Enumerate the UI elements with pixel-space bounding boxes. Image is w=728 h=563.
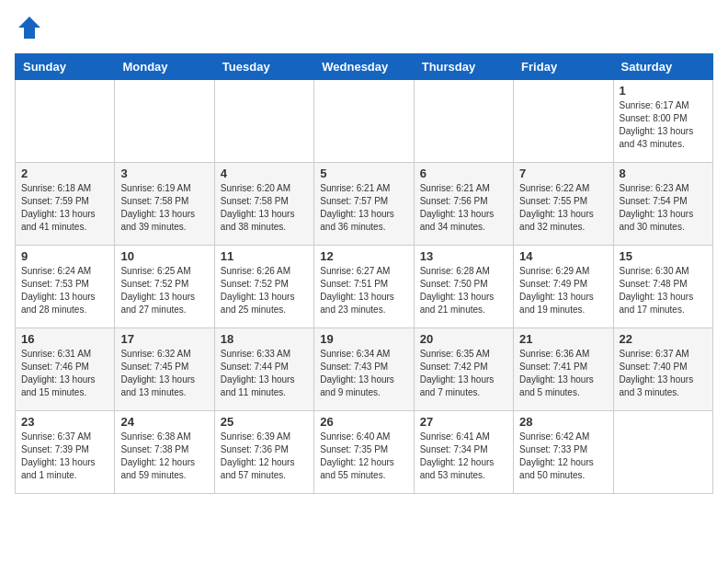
calendar-day-cell: 14Sunrise: 6:29 AM Sunset: 7:49 PM Dayli… xyxy=(514,245,613,327)
day-of-week-header: Tuesday xyxy=(214,53,313,79)
day-info: Sunrise: 6:41 AM Sunset: 7:34 PM Dayligh… xyxy=(420,431,507,482)
day-of-week-header: Wednesday xyxy=(314,53,414,79)
day-number: 20 xyxy=(420,332,507,346)
day-info: Sunrise: 6:38 AM Sunset: 7:38 PM Dayligh… xyxy=(120,431,208,482)
day-number: 26 xyxy=(320,415,407,429)
calendar-day-cell: 27Sunrise: 6:41 AM Sunset: 7:34 PM Dayli… xyxy=(414,410,513,493)
day-info: Sunrise: 6:28 AM Sunset: 7:50 PM Dayligh… xyxy=(420,265,507,316)
calendar-day-cell: 7Sunrise: 6:22 AM Sunset: 7:55 PM Daylig… xyxy=(514,162,613,245)
calendar-table: SundayMondayTuesdayWednesdayThursdayFrid… xyxy=(15,53,713,494)
day-info: Sunrise: 6:37 AM Sunset: 7:40 PM Dayligh… xyxy=(620,348,707,399)
calendar-week-row: 9Sunrise: 6:24 AM Sunset: 7:53 PM Daylig… xyxy=(16,245,713,327)
day-number: 1 xyxy=(620,84,707,98)
day-info: Sunrise: 6:24 AM Sunset: 7:53 PM Dayligh… xyxy=(21,265,108,316)
day-info: Sunrise: 6:32 AM Sunset: 7:45 PM Dayligh… xyxy=(120,348,208,399)
calendar-day-cell: 9Sunrise: 6:24 AM Sunset: 7:53 PM Daylig… xyxy=(16,245,115,327)
day-info: Sunrise: 6:20 AM Sunset: 7:58 PM Dayligh… xyxy=(221,182,308,234)
calendar-week-row: 1Sunrise: 6:17 AM Sunset: 8:00 PM Daylig… xyxy=(16,79,713,162)
calendar-header-row: SundayMondayTuesdayWednesdayThursdayFrid… xyxy=(16,53,713,79)
calendar-day-cell: 12Sunrise: 6:27 AM Sunset: 7:51 PM Dayli… xyxy=(314,245,414,327)
calendar-day-cell: 26Sunrise: 6:40 AM Sunset: 7:35 PM Dayli… xyxy=(314,410,414,493)
day-info: Sunrise: 6:26 AM Sunset: 7:52 PM Dayligh… xyxy=(221,265,308,316)
logo xyxy=(15,15,42,46)
day-info: Sunrise: 6:27 AM Sunset: 7:51 PM Dayligh… xyxy=(320,265,407,316)
calendar-day-cell xyxy=(214,79,313,162)
day-number: 10 xyxy=(120,249,208,263)
day-number: 7 xyxy=(519,167,607,180)
calendar-day-cell xyxy=(16,79,115,162)
calendar-day-cell: 28Sunrise: 6:42 AM Sunset: 7:33 PM Dayli… xyxy=(514,410,613,493)
page-header xyxy=(15,15,713,46)
day-number: 8 xyxy=(620,167,707,180)
day-number: 16 xyxy=(21,332,108,346)
day-number: 24 xyxy=(120,415,208,429)
calendar-day-cell xyxy=(414,79,513,162)
calendar-day-cell: 23Sunrise: 6:37 AM Sunset: 7:39 PM Dayli… xyxy=(16,410,115,493)
day-number: 17 xyxy=(120,332,208,346)
day-info: Sunrise: 6:23 AM Sunset: 7:54 PM Dayligh… xyxy=(620,182,707,234)
calendar-day-cell: 25Sunrise: 6:39 AM Sunset: 7:36 PM Dayli… xyxy=(214,410,313,493)
day-number: 25 xyxy=(221,415,308,429)
calendar-day-cell: 20Sunrise: 6:35 AM Sunset: 7:42 PM Dayli… xyxy=(414,327,513,410)
day-number: 5 xyxy=(320,167,407,180)
day-number: 28 xyxy=(519,415,607,429)
calendar-day-cell: 17Sunrise: 6:32 AM Sunset: 7:45 PM Dayli… xyxy=(115,327,214,410)
day-info: Sunrise: 6:18 AM Sunset: 7:59 PM Dayligh… xyxy=(21,182,108,234)
svg-marker-0 xyxy=(18,17,40,39)
calendar-day-cell: 2Sunrise: 6:18 AM Sunset: 7:59 PM Daylig… xyxy=(16,162,115,245)
calendar-day-cell xyxy=(514,79,613,162)
day-info: Sunrise: 6:29 AM Sunset: 7:49 PM Dayligh… xyxy=(519,265,607,316)
day-number: 3 xyxy=(120,167,208,180)
day-info: Sunrise: 6:35 AM Sunset: 7:42 PM Dayligh… xyxy=(420,348,507,399)
day-number: 18 xyxy=(221,332,308,346)
day-number: 13 xyxy=(420,249,507,263)
calendar-day-cell xyxy=(613,410,712,493)
day-info: Sunrise: 6:36 AM Sunset: 7:41 PM Dayligh… xyxy=(519,348,607,399)
calendar-day-cell: 15Sunrise: 6:30 AM Sunset: 7:48 PM Dayli… xyxy=(613,245,712,327)
day-of-week-header: Saturday xyxy=(613,53,712,79)
calendar-week-row: 23Sunrise: 6:37 AM Sunset: 7:39 PM Dayli… xyxy=(16,410,713,493)
logo-icon xyxy=(17,15,42,40)
calendar-day-cell: 24Sunrise: 6:38 AM Sunset: 7:38 PM Dayli… xyxy=(115,410,214,493)
day-info: Sunrise: 6:21 AM Sunset: 7:57 PM Dayligh… xyxy=(320,182,407,234)
day-number: 12 xyxy=(320,249,407,263)
day-of-week-header: Thursday xyxy=(414,53,513,79)
calendar-day-cell: 8Sunrise: 6:23 AM Sunset: 7:54 PM Daylig… xyxy=(613,162,712,245)
calendar-day-cell: 21Sunrise: 6:36 AM Sunset: 7:41 PM Dayli… xyxy=(514,327,613,410)
day-number: 14 xyxy=(519,249,607,263)
calendar-day-cell: 19Sunrise: 6:34 AM Sunset: 7:43 PM Dayli… xyxy=(314,327,414,410)
calendar-day-cell: 6Sunrise: 6:21 AM Sunset: 7:56 PM Daylig… xyxy=(414,162,513,245)
calendar-day-cell: 13Sunrise: 6:28 AM Sunset: 7:50 PM Dayli… xyxy=(414,245,513,327)
calendar-day-cell: 18Sunrise: 6:33 AM Sunset: 7:44 PM Dayli… xyxy=(214,327,313,410)
day-info: Sunrise: 6:39 AM Sunset: 7:36 PM Dayligh… xyxy=(221,431,308,482)
calendar-day-cell: 10Sunrise: 6:25 AM Sunset: 7:52 PM Dayli… xyxy=(115,245,214,327)
calendar-day-cell: 1Sunrise: 6:17 AM Sunset: 8:00 PM Daylig… xyxy=(613,79,712,162)
day-info: Sunrise: 6:25 AM Sunset: 7:52 PM Dayligh… xyxy=(120,265,208,316)
day-number: 11 xyxy=(221,249,308,263)
day-info: Sunrise: 6:30 AM Sunset: 7:48 PM Dayligh… xyxy=(620,265,707,316)
calendar-day-cell: 3Sunrise: 6:19 AM Sunset: 7:58 PM Daylig… xyxy=(115,162,214,245)
day-of-week-header: Friday xyxy=(514,53,613,79)
day-info: Sunrise: 6:37 AM Sunset: 7:39 PM Dayligh… xyxy=(21,431,108,482)
day-info: Sunrise: 6:17 AM Sunset: 8:00 PM Dayligh… xyxy=(620,99,707,151)
calendar-day-cell xyxy=(314,79,414,162)
calendar-day-cell: 4Sunrise: 6:20 AM Sunset: 7:58 PM Daylig… xyxy=(214,162,313,245)
day-info: Sunrise: 6:34 AM Sunset: 7:43 PM Dayligh… xyxy=(320,348,407,399)
day-of-week-header: Sunday xyxy=(16,53,115,79)
day-number: 27 xyxy=(420,415,507,429)
day-info: Sunrise: 6:33 AM Sunset: 7:44 PM Dayligh… xyxy=(221,348,308,399)
calendar-week-row: 16Sunrise: 6:31 AM Sunset: 7:46 PM Dayli… xyxy=(16,327,713,410)
day-info: Sunrise: 6:21 AM Sunset: 7:56 PM Dayligh… xyxy=(420,182,507,234)
day-info: Sunrise: 6:22 AM Sunset: 7:55 PM Dayligh… xyxy=(519,182,607,234)
day-number: 2 xyxy=(21,167,108,180)
calendar-day-cell: 5Sunrise: 6:21 AM Sunset: 7:57 PM Daylig… xyxy=(314,162,414,245)
day-number: 22 xyxy=(620,332,707,346)
day-number: 4 xyxy=(221,167,308,180)
calendar-day-cell xyxy=(115,79,214,162)
day-number: 6 xyxy=(420,167,507,180)
day-number: 19 xyxy=(320,332,407,346)
calendar-day-cell: 22Sunrise: 6:37 AM Sunset: 7:40 PM Dayli… xyxy=(613,327,712,410)
calendar-week-row: 2Sunrise: 6:18 AM Sunset: 7:59 PM Daylig… xyxy=(16,162,713,245)
calendar-day-cell: 16Sunrise: 6:31 AM Sunset: 7:46 PM Dayli… xyxy=(16,327,115,410)
day-number: 23 xyxy=(21,415,108,429)
